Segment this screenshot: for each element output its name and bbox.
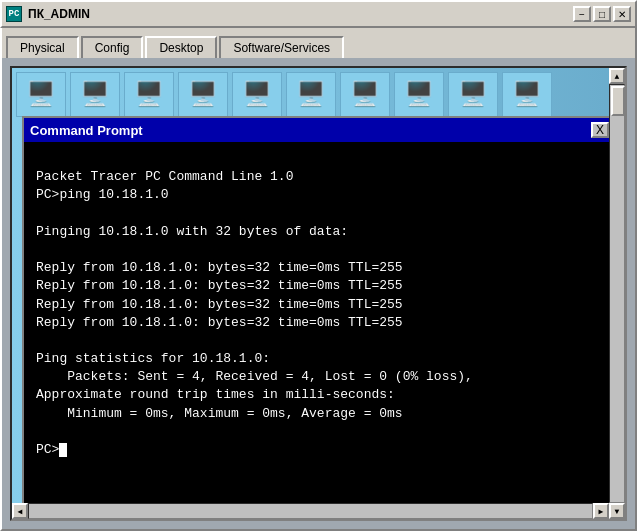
right-scrollbar[interactable]: ▲ ▼ <box>609 68 625 519</box>
cmd-close-button[interactable]: X <box>591 122 609 138</box>
desktop-icon-6: 🖥️ <box>286 72 336 117</box>
scroll-down-arrow[interactable]: ▼ <box>609 503 625 519</box>
tab-bar: Physical Config Desktop Software/Service… <box>0 28 637 58</box>
desktop-icon-4: 🖥️ <box>178 72 228 117</box>
scroll-right-arrow[interactable]: ▶ <box>593 503 609 519</box>
scroll-thumb[interactable] <box>611 86 625 116</box>
maximize-button[interactable]: □ <box>593 6 611 22</box>
terminal-cursor <box>59 443 67 457</box>
window-title: ПК_ADMIN <box>28 7 90 21</box>
command-prompt-window: Command Prompt X Packet Tracer PC Comman… <box>22 116 617 506</box>
cmd-title-bar: Command Prompt X <box>24 118 615 142</box>
desktop-icon-3: 🖥️ <box>124 72 174 117</box>
minimize-button[interactable]: − <box>573 6 591 22</box>
bottom-scrollbar[interactable]: ◀ ▶ <box>12 503 609 519</box>
desktop-icon-2: 🖥️ <box>70 72 120 117</box>
scroll-track[interactable] <box>609 84 625 503</box>
tab-config[interactable]: Config <box>81 36 144 58</box>
tab-physical[interactable]: Physical <box>6 36 79 58</box>
desktop-icon-1: 🖥️ <box>16 72 66 117</box>
desktop-area: 🖥️ 🖥️ 🖥️ 🖥️ 🖥️ 🖥️ 🖥️ 🖥️ 🖥️ 🖥️ Command Pr… <box>10 66 627 521</box>
scroll-left-arrow[interactable]: ◀ <box>12 503 28 519</box>
scroll-up-arrow[interactable]: ▲ <box>609 68 625 84</box>
terminal-output[interactable]: Packet Tracer PC Command Line 1.0 PC>pin… <box>24 142 615 504</box>
bottom-scroll-track[interactable] <box>28 503 593 519</box>
app-icon: PC <box>6 6 22 22</box>
desktop-icon-8: 🖥️ <box>394 72 444 117</box>
tab-software-services[interactable]: Software/Services <box>219 36 344 58</box>
desktop-icon-10: 🖥️ <box>502 72 552 117</box>
main-content: 🖥️ 🖥️ 🖥️ 🖥️ 🖥️ 🖥️ 🖥️ 🖥️ 🖥️ 🖥️ Command Pr… <box>0 58 637 531</box>
cmd-title-text: Command Prompt <box>30 123 143 138</box>
title-controls: − □ ✕ <box>573 6 631 22</box>
desktop-icon-5: 🖥️ <box>232 72 282 117</box>
desktop-icon-9: 🖥️ <box>448 72 498 117</box>
desktop-icons-bar: 🖥️ 🖥️ 🖥️ 🖥️ 🖥️ 🖥️ 🖥️ 🖥️ 🖥️ 🖥️ <box>12 68 625 121</box>
tab-desktop[interactable]: Desktop <box>145 36 217 58</box>
desktop-icon-7: 🖥️ <box>340 72 390 117</box>
title-bar: PC ПК_ADMIN − □ ✕ <box>0 0 637 28</box>
title-bar-left: PC ПК_ADMIN <box>6 6 90 22</box>
close-button[interactable]: ✕ <box>613 6 631 22</box>
